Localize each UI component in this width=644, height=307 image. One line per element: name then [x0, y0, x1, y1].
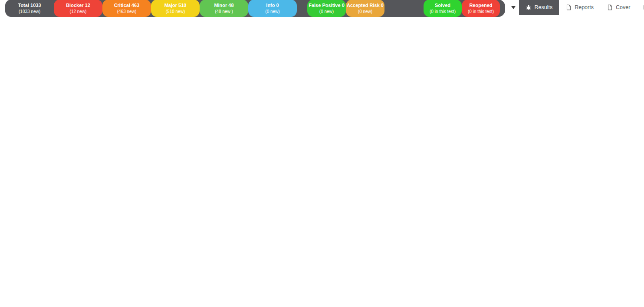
summary-badge-sub: (0 new)	[265, 9, 279, 14]
summary-badge-sub: (0 new)	[358, 9, 372, 14]
summary-badge-sub: (0 in this test)	[468, 9, 494, 14]
summary-badge-label: Blocker 12	[66, 2, 90, 8]
tab-results[interactable]: Results	[519, 0, 559, 15]
summary-badge-label: Total 1033	[18, 2, 41, 8]
tab-label: Reports	[575, 4, 594, 10]
summary-badge-label: Solved	[435, 2, 450, 8]
summary-badge-label: Critical 463	[114, 2, 140, 8]
summary-badge-accepted-risk-0[interactable]: Accepted Risk 0(0 new)	[346, 0, 384, 17]
summary-badge-sub: (1033 new)	[19, 9, 40, 14]
summary-badge-solved[interactable]: Solved(0 in this test)	[424, 0, 462, 17]
document-icon	[565, 4, 572, 10]
summary-badge-label: False Positive 0	[309, 2, 345, 8]
summary-badge-label: Minor 48	[214, 2, 233, 8]
summary-badge-sub: (463 new)	[117, 9, 136, 14]
summary-badge-blocker-12[interactable]: Blocker 12(12 new)	[54, 0, 102, 17]
tab-summary[interactable]: Summary	[637, 0, 644, 15]
document-icon	[607, 4, 613, 10]
summary-badge-sub: (0 new)	[319, 9, 334, 14]
tab-label: Results	[535, 4, 553, 10]
results-page: Total 1033(1033 new)Blocker 12(12 new)Cr…	[0, 0, 644, 11]
collapse-summary-toggle[interactable]	[511, 6, 516, 9]
summary-badge-minor-48[interactable]: Minor 48(48 new )	[200, 0, 248, 17]
summary-badge-sub: (48 new )	[215, 9, 233, 14]
tab-cover[interactable]: Cover	[600, 0, 637, 15]
tab-label: Cover	[616, 4, 630, 10]
summary-badge-sub: (0 in this test)	[430, 9, 456, 14]
summary-badge-reopened[interactable]: Reopened(0 in this test)	[462, 0, 500, 17]
summary-badge-sub: (510 new)	[166, 9, 185, 14]
summary-badge-label: Reopened	[469, 2, 492, 8]
bug-icon	[526, 4, 532, 10]
summary-badge-label: Major 510	[164, 2, 187, 8]
summary-badge-label: Info 0	[266, 2, 279, 8]
summary-bar: Total 1033(1033 new)Blocker 12(12 new)Cr…	[5, 0, 505, 17]
tab-reports[interactable]: Reports	[559, 0, 600, 15]
summary-badge-total-1033[interactable]: Total 1033(1033 new)	[5, 0, 54, 17]
summary-badge-false-positive-0[interactable]: False Positive 0(0 new)	[307, 0, 346, 17]
summary-badge-info-0[interactable]: Info 0(0 new)	[248, 0, 297, 17]
summary-badge-critical-463[interactable]: Critical 463(463 new)	[102, 0, 151, 17]
summary-badge-major-510[interactable]: Major 510(510 new)	[151, 0, 200, 17]
summary-badge-sub: (12 new)	[70, 9, 87, 14]
tab-bar: ResultsReportsCoverSummaryAnalyticsRisk …	[516, 0, 644, 15]
summary-badge-label: Accepted Risk 0	[347, 2, 384, 8]
